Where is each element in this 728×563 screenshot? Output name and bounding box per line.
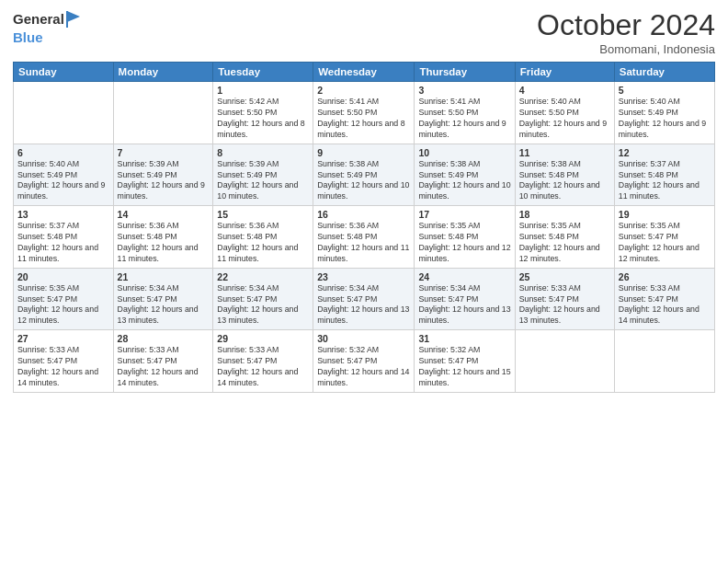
day-number: 25: [519, 271, 610, 282]
table-row: 7Sunrise: 5:39 AMSunset: 5:49 PMDaylight…: [113, 144, 213, 206]
day-info: Sunrise: 5:41 AMSunset: 5:50 PMDaylight:…: [418, 97, 510, 141]
day-number: 15: [217, 209, 309, 220]
col-tuesday: Tuesday: [213, 63, 313, 82]
table-row: 13Sunrise: 5:37 AMSunset: 5:48 PMDayligh…: [14, 206, 114, 269]
table-row: 16Sunrise: 5:36 AMSunset: 5:48 PMDayligh…: [313, 206, 415, 269]
table-row: 15Sunrise: 5:36 AMSunset: 5:48 PMDayligh…: [213, 206, 313, 269]
title-block: October 2024 Bomomani, Indonesia: [537, 9, 715, 56]
calendar-header-row: Sunday Monday Tuesday Wednesday Thursday…: [14, 63, 715, 82]
table-row: 29Sunrise: 5:33 AMSunset: 5:47 PMDayligh…: [213, 330, 313, 393]
day-number: 9: [317, 147, 410, 158]
table-row: 25Sunrise: 5:33 AMSunset: 5:47 PMDayligh…: [515, 268, 614, 330]
table-row: 26Sunrise: 5:33 AMSunset: 5:47 PMDayligh…: [614, 268, 714, 330]
logo-general-text: General: [13, 12, 64, 28]
table-row: 19Sunrise: 5:35 AMSunset: 5:47 PMDayligh…: [614, 206, 714, 269]
table-row: 1Sunrise: 5:42 AMSunset: 5:50 PMDaylight…: [213, 82, 313, 144]
table-row: 5Sunrise: 5:40 AMSunset: 5:49 PMDaylight…: [614, 82, 714, 144]
day-number: 22: [217, 271, 309, 282]
table-row: 9Sunrise: 5:38 AMSunset: 5:49 PMDaylight…: [313, 144, 415, 206]
table-row: 31Sunrise: 5:32 AMSunset: 5:47 PMDayligh…: [415, 330, 515, 393]
day-number: 11: [519, 147, 610, 158]
day-number: 10: [418, 147, 510, 158]
calendar-week-row: 27Sunrise: 5:33 AMSunset: 5:47 PMDayligh…: [14, 330, 715, 393]
day-number: 13: [17, 209, 109, 220]
day-info: Sunrise: 5:33 AMSunset: 5:47 PMDaylight:…: [17, 345, 109, 389]
table-row: [515, 330, 614, 393]
day-number: 4: [519, 85, 610, 96]
day-info: Sunrise: 5:37 AMSunset: 5:48 PMDaylight:…: [17, 221, 109, 265]
day-info: Sunrise: 5:41 AMSunset: 5:50 PMDaylight:…: [317, 97, 410, 141]
table-row: 3Sunrise: 5:41 AMSunset: 5:50 PMDaylight…: [415, 82, 515, 144]
table-row: 6Sunrise: 5:40 AMSunset: 5:49 PMDaylight…: [14, 144, 114, 206]
table-row: 30Sunrise: 5:32 AMSunset: 5:47 PMDayligh…: [313, 330, 415, 393]
day-info: Sunrise: 5:32 AMSunset: 5:47 PMDaylight:…: [317, 345, 410, 389]
day-info: Sunrise: 5:36 AMSunset: 5:48 PMDaylight:…: [217, 221, 309, 265]
col-wednesday: Wednesday: [313, 63, 415, 82]
day-number: 8: [217, 147, 309, 158]
table-row: 28Sunrise: 5:33 AMSunset: 5:47 PMDayligh…: [113, 330, 213, 393]
header: General Blue October 2024 Bomomani, Indo…: [13, 9, 715, 56]
day-info: Sunrise: 5:36 AMSunset: 5:48 PMDaylight:…: [317, 221, 410, 265]
logo-blue-text: Blue: [13, 29, 43, 45]
day-number: 23: [317, 271, 410, 282]
col-sunday: Sunday: [14, 63, 114, 82]
logo: General Blue: [13, 9, 82, 46]
day-info: Sunrise: 5:35 AMSunset: 5:47 PMDaylight:…: [619, 221, 711, 265]
day-number: 18: [519, 209, 610, 220]
day-info: Sunrise: 5:40 AMSunset: 5:50 PMDaylight:…: [519, 97, 610, 141]
col-thursday: Thursday: [415, 63, 515, 82]
table-row: 17Sunrise: 5:35 AMSunset: 5:48 PMDayligh…: [415, 206, 515, 269]
calendar-week-row: 6Sunrise: 5:40 AMSunset: 5:49 PMDaylight…: [14, 144, 715, 206]
day-number: 21: [118, 271, 210, 282]
day-info: Sunrise: 5:34 AMSunset: 5:47 PMDaylight:…: [317, 283, 410, 327]
day-info: Sunrise: 5:39 AMSunset: 5:49 PMDaylight:…: [118, 159, 210, 203]
table-row: [614, 330, 714, 393]
table-row: 8Sunrise: 5:39 AMSunset: 5:49 PMDaylight…: [213, 144, 313, 206]
table-row: 23Sunrise: 5:34 AMSunset: 5:47 PMDayligh…: [313, 268, 415, 330]
day-info: Sunrise: 5:38 AMSunset: 5:49 PMDaylight:…: [317, 159, 410, 203]
day-info: Sunrise: 5:33 AMSunset: 5:47 PMDaylight:…: [619, 283, 711, 327]
table-row: 24Sunrise: 5:34 AMSunset: 5:47 PMDayligh…: [415, 268, 515, 330]
day-number: 7: [118, 147, 210, 158]
day-number: 5: [619, 85, 711, 96]
day-info: Sunrise: 5:34 AMSunset: 5:47 PMDaylight:…: [217, 283, 309, 327]
location-subtitle: Bomomani, Indonesia: [537, 42, 715, 56]
day-number: 14: [118, 209, 210, 220]
table-row: 22Sunrise: 5:34 AMSunset: 5:47 PMDayligh…: [213, 268, 313, 330]
day-info: Sunrise: 5:38 AMSunset: 5:48 PMDaylight:…: [519, 159, 610, 203]
day-number: 17: [418, 209, 510, 220]
table-row: 2Sunrise: 5:41 AMSunset: 5:50 PMDaylight…: [313, 82, 415, 144]
day-info: Sunrise: 5:34 AMSunset: 5:47 PMDaylight:…: [418, 283, 510, 327]
day-info: Sunrise: 5:39 AMSunset: 5:49 PMDaylight:…: [217, 159, 309, 203]
table-row: [14, 82, 114, 144]
day-info: Sunrise: 5:35 AMSunset: 5:48 PMDaylight:…: [519, 221, 610, 265]
calendar-week-row: 1Sunrise: 5:42 AMSunset: 5:50 PMDaylight…: [14, 82, 715, 144]
table-row: 20Sunrise: 5:35 AMSunset: 5:47 PMDayligh…: [14, 268, 114, 330]
day-info: Sunrise: 5:36 AMSunset: 5:48 PMDaylight:…: [118, 221, 210, 265]
day-info: Sunrise: 5:33 AMSunset: 5:47 PMDaylight:…: [217, 345, 309, 389]
day-info: Sunrise: 5:37 AMSunset: 5:48 PMDaylight:…: [619, 159, 711, 203]
day-number: 2: [317, 85, 410, 96]
day-number: 6: [17, 147, 109, 158]
day-number: 31: [418, 333, 510, 344]
day-info: Sunrise: 5:33 AMSunset: 5:47 PMDaylight:…: [519, 283, 610, 327]
day-number: 28: [118, 333, 210, 344]
day-info: Sunrise: 5:40 AMSunset: 5:49 PMDaylight:…: [619, 97, 711, 141]
page: General Blue October 2024 Bomomani, Indo…: [0, 0, 728, 563]
table-row: 14Sunrise: 5:36 AMSunset: 5:48 PMDayligh…: [113, 206, 213, 269]
calendar-week-row: 20Sunrise: 5:35 AMSunset: 5:47 PMDayligh…: [14, 268, 715, 330]
day-info: Sunrise: 5:34 AMSunset: 5:47 PMDaylight:…: [118, 283, 210, 327]
table-row: 10Sunrise: 5:38 AMSunset: 5:49 PMDayligh…: [415, 144, 515, 206]
col-monday: Monday: [113, 63, 213, 82]
day-number: 3: [418, 85, 510, 96]
day-info: Sunrise: 5:42 AMSunset: 5:50 PMDaylight:…: [217, 97, 309, 141]
table-row: 12Sunrise: 5:37 AMSunset: 5:48 PMDayligh…: [614, 144, 714, 206]
day-number: 30: [317, 333, 410, 344]
day-info: Sunrise: 5:33 AMSunset: 5:47 PMDaylight:…: [118, 345, 210, 389]
day-number: 27: [17, 333, 109, 344]
table-row: 11Sunrise: 5:38 AMSunset: 5:48 PMDayligh…: [515, 144, 614, 206]
col-friday: Friday: [515, 63, 614, 82]
table-row: [113, 82, 213, 144]
col-saturday: Saturday: [614, 63, 714, 82]
svg-marker-0: [67, 11, 80, 22]
